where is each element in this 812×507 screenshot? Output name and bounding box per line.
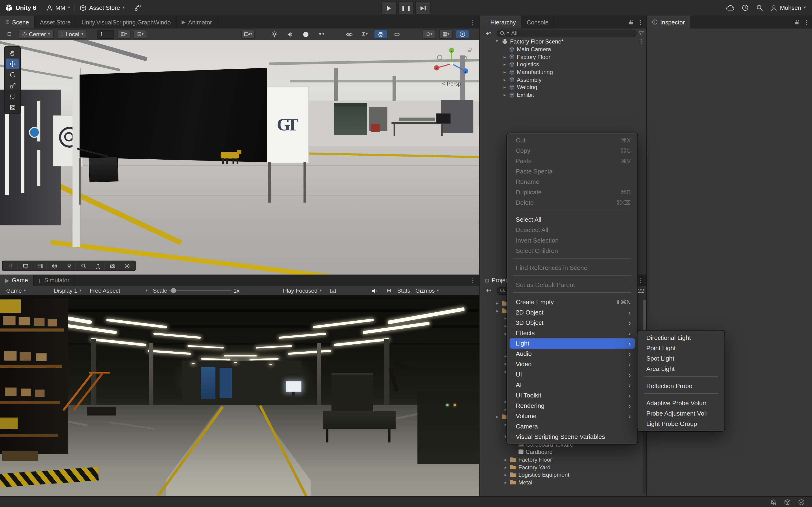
context-menu-item[interactable]: › bbox=[507, 273, 637, 280]
package-icon[interactable] bbox=[784, 499, 791, 506]
submenu-item[interactable]: Spot Light › bbox=[640, 353, 722, 363]
grid-visibility-toggle[interactable]: ⊞▾ bbox=[358, 30, 371, 38]
context-menu-item[interactable]: 2D Object › bbox=[510, 307, 635, 318]
scale-tool-button[interactable] bbox=[6, 80, 19, 91]
context-menu-item[interactable]: Effects › bbox=[510, 328, 635, 338]
effects-dropdown[interactable]: ✦▾ bbox=[315, 30, 327, 38]
view-camera-dropdown[interactable]: ▾ bbox=[241, 30, 255, 39]
tab-animator[interactable]: ▶ Animator bbox=[177, 15, 218, 29]
hierarchy-item[interactable]: ▸ Exhibit bbox=[480, 91, 647, 99]
tab-hierarchy[interactable]: ≡ Hierarchy bbox=[480, 15, 521, 29]
step-button[interactable] bbox=[416, 2, 431, 14]
submenu-item[interactable]: Reflection Probe › bbox=[640, 381, 722, 391]
cloud-icon[interactable] bbox=[726, 5, 734, 11]
submenu-item[interactable]: Directional Light › bbox=[640, 333, 722, 343]
expand-arrow-icon[interactable]: ▸ bbox=[502, 77, 507, 82]
game-mode-dropdown[interactable]: Game ▾ bbox=[3, 286, 29, 295]
scrollbar-thumb[interactable] bbox=[643, 299, 646, 333]
account-menu[interactable]: Mohsen ▾ bbox=[771, 4, 806, 11]
context-menu-item[interactable]: UI Toolkit › bbox=[510, 390, 635, 400]
submenu-item[interactable]: › bbox=[637, 391, 724, 398]
context-menu-item[interactable]: › bbox=[507, 208, 637, 215]
screen-icon[interactable] bbox=[19, 262, 32, 270]
tab-simulator[interactable]: ▯ Simulator bbox=[34, 275, 75, 286]
workspace-menu[interactable]: MM ▾ bbox=[41, 0, 74, 15]
expand-arrow-icon[interactable]: ▸ bbox=[502, 69, 507, 75]
expand-arrow-icon[interactable]: ▸ bbox=[502, 54, 507, 59]
component-views-dropdown[interactable]: ▦▾ bbox=[439, 30, 452, 39]
context-menu-item[interactable]: Cut ⌘X › bbox=[510, 135, 635, 146]
tab-options-kebab-icon[interactable]: ⋮ bbox=[803, 18, 809, 25]
pause-button[interactable] bbox=[398, 2, 414, 14]
camera-icon[interactable] bbox=[106, 262, 119, 270]
context-menu-item[interactable]: Copy ⌘C › bbox=[510, 146, 635, 156]
submenu-item[interactable]: Point Light › bbox=[640, 343, 722, 353]
search-icon[interactable] bbox=[77, 262, 90, 270]
collapse-arrow-icon[interactable]: ▸ bbox=[495, 39, 500, 44]
hand-tool-button[interactable] bbox=[6, 48, 19, 58]
projection-toggle[interactable]: < Persp bbox=[429, 80, 474, 87]
project-item[interactable]: ▸ Factory Floor bbox=[480, 456, 647, 463]
tab-options-kebab-icon[interactable]: ⋮ bbox=[637, 277, 643, 284]
mute-audio-toggle[interactable] bbox=[368, 286, 381, 295]
expand-arrow-icon[interactable]: ▸ bbox=[503, 480, 508, 485]
measure-tool-dropdown[interactable]: ⊝▾ bbox=[423, 30, 436, 39]
context-menu-item[interactable]: Invert Selection › bbox=[510, 235, 635, 246]
aspect-ratio-dropdown[interactable]: Free Aspect ▾ bbox=[87, 286, 151, 295]
hierarchy-item[interactable]: ▸ Welding bbox=[480, 83, 647, 91]
tab-scene[interactable]: ⊞ Scene bbox=[0, 15, 35, 29]
tab-options-kebab-icon[interactable]: ⋮ bbox=[470, 277, 476, 284]
context-menu-item[interactable]: Set as Default Parent › bbox=[510, 280, 635, 290]
project-item[interactable]: ▸ Metal bbox=[480, 478, 647, 486]
axis-icon[interactable] bbox=[91, 262, 105, 270]
move-tool-button[interactable] bbox=[6, 59, 19, 69]
status-ok-icon[interactable] bbox=[798, 499, 805, 506]
context-menu-item[interactable]: Rendering › bbox=[510, 400, 635, 411]
submenu-item[interactable]: Area Light › bbox=[640, 363, 722, 374]
hierarchy-item[interactable]: ▸ Main Camera bbox=[480, 45, 647, 53]
context-menu-item[interactable]: UI › bbox=[510, 370, 635, 380]
expand-arrow-icon[interactable]: ▸ bbox=[503, 457, 508, 462]
expand-arrow-icon[interactable]: ▸ bbox=[495, 414, 500, 419]
scene-audio-toggle[interactable] bbox=[284, 30, 296, 38]
compass-icon[interactable] bbox=[121, 262, 133, 270]
expand-arrow-icon[interactable]: ▸ bbox=[495, 301, 500, 306]
context-menu-item[interactable]: Paste ⌘V › bbox=[510, 156, 635, 166]
tab-options-kebab-icon[interactable]: ⋮ bbox=[470, 18, 476, 25]
vsync-grid-icon[interactable]: ⊞ bbox=[383, 286, 395, 295]
context-menu-item[interactable]: Deselect All › bbox=[510, 225, 635, 235]
scene-options-kebab-icon[interactable]: ⋮ bbox=[638, 38, 644, 45]
stats-toggle[interactable]: Stats bbox=[397, 287, 410, 294]
sphere-icon[interactable] bbox=[48, 262, 61, 270]
project-item[interactable]: ▸ Cardboard bbox=[480, 448, 647, 456]
scale-slider[interactable] bbox=[169, 290, 231, 291]
hierarchy-item[interactable]: ▸ Factory Floor bbox=[480, 53, 647, 61]
light-icon[interactable] bbox=[63, 262, 76, 270]
lock-icon[interactable] bbox=[795, 20, 799, 24]
context-menu-item[interactable]: Camera › bbox=[510, 421, 635, 432]
submenu-item[interactable]: Probe Adjustment Volume › bbox=[640, 408, 722, 418]
hierarchy-item[interactable]: ▸ Manufacturing bbox=[480, 68, 647, 76]
transform-tool-button[interactable] bbox=[6, 102, 19, 112]
version-control-button[interactable] bbox=[129, 0, 146, 15]
expand-arrow-icon[interactable]: ▸ bbox=[502, 84, 507, 90]
asset-store-menu[interactable]: Asset Store ▾ bbox=[75, 0, 129, 15]
tab-options-kebab-icon[interactable]: ⋮ bbox=[637, 18, 643, 25]
grid-snap-dropdown[interactable]: ⊞▾ bbox=[117, 30, 130, 39]
context-menu-item[interactable]: Select All › bbox=[510, 214, 635, 225]
search-icon[interactable] bbox=[756, 4, 763, 11]
gizmos-dropdown[interactable]: Gizmos ▾ bbox=[412, 286, 442, 295]
tab-game[interactable]: ▶ Game bbox=[0, 275, 34, 286]
orientation-dropdown[interactable]: ◌ Local ▾ bbox=[57, 30, 87, 39]
scene-visibility-toggle[interactable] bbox=[390, 30, 403, 38]
expand-arrow-icon[interactable]: ▸ bbox=[503, 464, 508, 470]
scene-viewport[interactable]: GT y x bbox=[0, 40, 479, 275]
pan-icon[interactable] bbox=[5, 262, 18, 270]
context-menu-item[interactable]: Create Empty ⇧⌘N › bbox=[510, 297, 635, 307]
create-button[interactable]: +▾ bbox=[482, 286, 495, 295]
display-dropdown[interactable]: Display 1 ▾ bbox=[51, 286, 84, 295]
pivot-dropdown[interactable]: ◎ Center ▾ bbox=[18, 30, 54, 39]
game-viewport[interactable] bbox=[0, 295, 479, 496]
hierarchy-item[interactable]: ▸ Logistics bbox=[480, 61, 647, 68]
grid-size-field[interactable]: 1 bbox=[97, 30, 114, 39]
